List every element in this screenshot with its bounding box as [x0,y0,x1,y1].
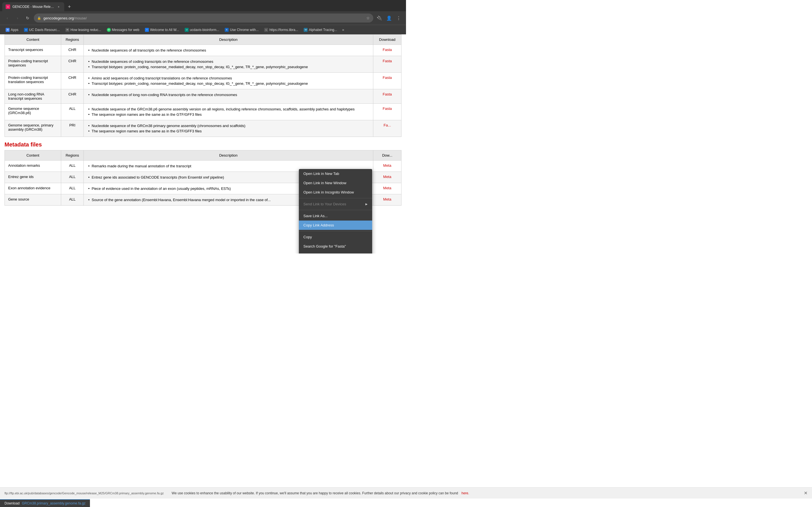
fasta-link[interactable]: Fa... [384,123,391,127]
row-description: Nucleotide sequences of long non-coding … [84,89,373,104]
chrome-favicon: E [225,28,229,32]
meta-header-download: Dow... [373,151,402,161]
bookmark-messages-label: Messages for web [112,28,139,32]
bookmark-alphabet[interactable]: W Alphabet Tracing... [301,27,339,33]
context-menu-open-new-tab[interactable]: Open Link in New Tab [299,169,372,178]
context-menu-label: Open Link in New Window [303,181,346,185]
table-header-regions: Regions [61,35,84,45]
fasta-link[interactable]: Fasta [383,75,392,80]
table-header-content: Content [5,35,61,45]
row-download: Meta [373,194,402,206]
context-menu-label: Open Link in Incognito Window [303,190,354,194]
context-menu-label: Save Link As... [303,214,327,218]
context-menu-label: Search Google for "Fasta" [303,244,346,248]
menu-icon[interactable]: ⋮ [395,14,403,22]
meta-header-regions: Regions [61,151,84,161]
context-menu-label: Send Link to Your Devices [303,202,346,206]
row-content: Long non-coding RNA transcript sequences [5,89,61,104]
list-item: Transcript biotypes: protein_coding, non… [87,81,370,86]
bookmark-ucdavis2-label: ucdavis-bioinform... [190,28,219,32]
row-regions: ALL [61,172,84,183]
bookmark-forms[interactable]: L https://forms.libra... [262,27,300,33]
meta-header-content: Content [5,151,61,161]
list-item: Transcript biotypes: protein_coding, non… [87,64,370,69]
back-button[interactable]: ‹ [3,14,11,22]
bookmark-messages[interactable]: M Messages for web [105,27,142,33]
fasta-link[interactable]: Fasta [383,107,392,111]
leasing-favicon: H [65,28,69,32]
lock-icon: 🔒 [37,16,41,20]
context-menu-open-incognito[interactable]: Open Link in Incognito Window [299,187,372,197]
ucdavis-favicon: U [24,28,28,32]
active-tab[interactable]: G GENCODE - Mouse Release M... × [2,2,64,11]
sequence-files-table: Content Regions Description Download Tra… [4,34,402,137]
address-bar[interactable]: 🔒 gencodegenes.org/mouse/ ☆ [34,13,373,22]
fasta-link[interactable]: Fasta [383,48,392,52]
context-menu-label: Copy [303,235,312,239]
meta-header-description: Description [84,151,373,161]
row-content: Entrez gene ids [5,172,61,183]
row-content: Transcript sequences [5,45,61,56]
bookmark-leasing[interactable]: H How leasing reduc... [63,27,103,33]
row-download: Fasta [373,56,402,73]
tab-close-button[interactable]: × [56,4,61,9]
context-menu-save-link-as[interactable]: Save Link As... [299,211,372,221]
row-download: Fasta [373,73,402,89]
bookmark-welcome-label: Welcome to All W... [150,28,179,32]
toolbar-actions: 🔌 👤 ⋮ [375,14,403,22]
meta-link[interactable]: Meta [383,197,391,202]
tab-bar: G GENCODE - Mouse Release M... × + [0,0,406,11]
forward-button[interactable]: › [13,14,21,22]
bookmark-welcome[interactable]: f Welcome to All W... [143,27,181,33]
row-content: Gene source [5,194,61,206]
row-content: Exon annotation evidence [5,183,61,194]
bookmarks-more-button[interactable]: » [341,27,346,33]
alphabet-favicon: W [304,28,308,32]
bookmark-ucdavis2[interactable]: U ucdavis-bioinform... [183,27,221,33]
table-row: Protein-coding transcript translation se… [5,73,402,89]
new-tab-button[interactable]: + [65,3,73,11]
context-menu-print[interactable]: Print... [299,251,372,253]
bookmark-star-icon[interactable]: ☆ [366,16,370,20]
row-content: Genome sequence (GRCm38.p6) [5,104,61,120]
page-content: Content Regions Description Download Tra… [0,34,406,253]
row-regions: CHR [61,56,84,73]
meta-link[interactable]: Meta [383,175,391,179]
bookmark-ucdavis[interactable]: U UC Davis Resourc... [22,27,62,33]
list-item: Nucleotide sequences of all transcripts … [87,48,370,53]
row-download: Fasta [373,89,402,104]
context-menu-separator [299,210,372,210]
fasta-link[interactable]: Fasta [383,59,392,63]
bookmark-apps[interactable]: ⊞ Apps [3,27,20,33]
row-content: Protein-coding transcript translation se… [5,73,61,89]
profile-icon[interactable]: 👤 [385,14,393,22]
reload-button[interactable]: ↻ [24,14,32,22]
row-description: Nucleotide sequences of all transcripts … [84,45,373,56]
row-description: Nucleotide sequence of the GRCm38.p6 gen… [84,104,373,120]
context-menu-copy-link-address[interactable]: Copy Link Address [299,221,372,230]
meta-link[interactable]: Meta [383,186,391,190]
meta-link[interactable]: Meta [383,163,391,168]
address-path: /mouse/ [74,16,87,20]
bookmark-chrome[interactable]: E Use Chrome with... [222,27,261,33]
tab-title: GENCODE - Mouse Release M... [12,5,54,9]
address-text: gencodegenes.org/mouse/ [43,16,364,20]
messages-favicon: M [107,28,111,32]
row-content: Genome sequence, primary assembly (GRCm3… [5,120,61,137]
row-download: Fasta [373,104,402,120]
list-item: Remarks made during the manual annotatio… [87,163,370,169]
context-menu-search-google[interactable]: Search Google for "Fasta" [299,242,372,251]
table-header-description: Description [84,35,373,45]
row-description: Nucleotide sequence of the GRCm38 primar… [84,120,373,137]
table-row: Protein-coding transcript sequences CHR … [5,56,402,73]
row-content: Annotation remarks [5,161,61,172]
forms-favicon: L [264,28,268,32]
extensions-icon[interactable]: 🔌 [375,14,384,22]
context-menu-send-link[interactable]: Send Link to Your Devices ▶ [299,200,372,209]
fasta-link[interactable]: Fasta [383,92,392,96]
bookmark-forms-label: https://forms.libra... [269,28,298,32]
context-menu-copy[interactable]: Copy [299,232,372,242]
context-menu-open-new-window[interactable]: Open Link in New Window [299,178,372,187]
list-item: Amino acid sequences of coding transcrip… [87,75,370,81]
context-menu-separator [299,231,372,231]
